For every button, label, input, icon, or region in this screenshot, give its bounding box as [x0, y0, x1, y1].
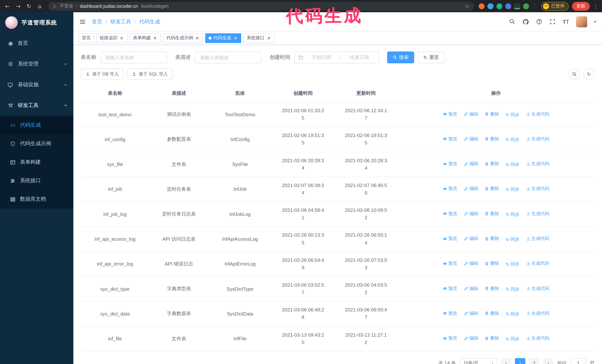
preview-link[interactable]: 预览: [443, 211, 457, 217]
preview-link[interactable]: 预览: [443, 136, 457, 142]
edit-link[interactable]: 编辑: [464, 310, 478, 317]
generate-code-link[interactable]: 生成代码: [526, 186, 549, 192]
extension-icon[interactable]: [505, 3, 511, 9]
sidebar-item-system[interactable]: ⚙ 系统管理: [0, 54, 73, 74]
delete-link[interactable]: 删除: [485, 211, 499, 217]
preview-link[interactable]: 预览: [443, 186, 457, 192]
sync-link[interactable]: ↻ 同步: [506, 187, 519, 193]
generate-code-link[interactable]: 生成代码: [526, 211, 549, 217]
close-icon[interactable]: ×: [233, 36, 238, 40]
search-button[interactable]: 搜索: [387, 52, 414, 63]
delete-link[interactable]: 删除: [485, 236, 499, 242]
delete-link[interactable]: 删除: [485, 161, 499, 167]
date-range-picker[interactable]: 开始日期 - 结束日期: [294, 52, 379, 63]
sidebar-item-api[interactable]: 系统接口: [0, 171, 73, 190]
page-button-1[interactable]: 1: [515, 358, 525, 364]
preview-link[interactable]: 预览: [443, 236, 457, 242]
extension-icon[interactable]: [479, 3, 484, 9]
edit-link[interactable]: 编辑: [464, 111, 478, 117]
search-icon[interactable]: [509, 19, 515, 25]
generate-code-link[interactable]: 生成代码: [526, 236, 549, 242]
next-page-button[interactable]: ›: [543, 358, 553, 364]
close-icon[interactable]: ×: [153, 36, 157, 40]
toggle-search-button[interactable]: [569, 69, 580, 80]
font-size-icon[interactable]: T⊺: [563, 18, 569, 25]
generate-code-link[interactable]: 生成代码: [526, 136, 549, 142]
fullscreen-icon[interactable]: [549, 19, 556, 25]
sync-link[interactable]: ↻ 同步: [506, 137, 519, 143]
extension-icon[interactable]: [532, 3, 538, 9]
browser-menu-icon[interactable]: ⋮: [593, 3, 598, 9]
sidebar-item-codegen[interactable]: 代码生成: [0, 116, 73, 135]
extension-icon[interactable]: ✓: [496, 3, 502, 9]
bookmark-star-icon[interactable]: ☆: [465, 3, 469, 9]
sidebar-logo[interactable]: 芋道管理系统: [0, 12, 73, 33]
preview-link[interactable]: 预览: [443, 260, 457, 267]
close-icon[interactable]: ×: [119, 36, 124, 40]
sidebar-item-devtools[interactable]: ⚒ 研发工具: [0, 95, 73, 116]
table-row[interactable]: sys_file 文件表 SysFile 2021-02-06 20:28:34…: [81, 152, 595, 177]
tab-form-builder[interactable]: 表单构建×: [130, 33, 161, 43]
tab-api[interactable]: 系统接口×: [243, 33, 275, 43]
hamburger-icon[interactable]: [79, 18, 86, 25]
edit-link[interactable]: 编辑: [464, 335, 478, 341]
edit-link[interactable]: 编辑: [464, 236, 478, 242]
table-row[interactable]: inf_file 文件表 InfFile 2021-03-13 09:43:20…: [81, 326, 595, 351]
tab-codegen-example[interactable]: 代码生成示例×: [163, 33, 203, 43]
preview-link[interactable]: 预览: [443, 335, 457, 341]
generate-code-link[interactable]: 生成代码: [526, 260, 549, 267]
page-size-select[interactable]: 10条/页 ▾: [460, 358, 497, 364]
back-icon[interactable]: ←: [4, 3, 11, 10]
tab-codegen[interactable]: 代码生成×: [205, 33, 241, 43]
breadcrumb-item[interactable]: 首页: [92, 18, 102, 25]
breadcrumb-item[interactable]: 研发工具: [110, 18, 131, 25]
prev-page-button[interactable]: ‹: [501, 358, 511, 364]
table-row[interactable]: sys_dict_data 字典数据表 SysDictData 2021-03-…: [81, 302, 595, 326]
address-bar[interactable]: ⚠ 不安全 dashboard.yudao.iocoder.cn/tool/co…: [48, 2, 474, 10]
tab-home[interactable]: 首页: [78, 33, 94, 43]
generate-code-link[interactable]: 生成代码: [526, 285, 549, 291]
browser-update-button[interactable]: 更新: [572, 2, 590, 10]
extension-icon[interactable]: [514, 3, 520, 9]
generate-code-link[interactable]: 生成代码: [526, 335, 549, 341]
import-db-button[interactable]: 基于 DB 导入: [81, 69, 124, 80]
preview-link[interactable]: 预览: [443, 161, 457, 167]
sync-link[interactable]: ↻ 同步: [506, 161, 519, 168]
user-avatar[interactable]: [576, 16, 587, 27]
table-row[interactable]: inf_job 定时任务表 InfJob 2021-02-07 06:39:34…: [81, 177, 595, 202]
edit-link[interactable]: 编辑: [464, 161, 478, 167]
help-icon[interactable]: [536, 19, 542, 25]
import-sql-button[interactable]: 基于 SQL 导入: [127, 69, 172, 80]
sync-link[interactable]: ↻ 同步: [506, 112, 519, 118]
sync-link[interactable]: ↻ 同步: [506, 286, 519, 292]
profile-paused-chip[interactable]: 已暂停: [541, 2, 569, 10]
preview-link[interactable]: 预览: [443, 285, 457, 291]
sync-link[interactable]: ↻ 同步: [506, 336, 519, 342]
forward-icon[interactable]: →: [14, 3, 22, 10]
delete-link[interactable]: 删除: [485, 310, 499, 317]
page-button-2[interactable]: 2: [529, 358, 539, 364]
delete-link[interactable]: 删除: [485, 136, 499, 142]
goto-page-input[interactable]: [570, 358, 586, 364]
preview-link[interactable]: 预览: [443, 310, 457, 317]
close-icon[interactable]: ×: [266, 36, 271, 40]
sidebar-item-form-builder[interactable]: 表单构建: [0, 153, 73, 171]
breadcrumb-item[interactable]: 代码生成: [139, 18, 160, 25]
delete-link[interactable]: 删除: [485, 111, 499, 117]
sync-link[interactable]: ↻ 同步: [506, 261, 519, 268]
avatar-caret-icon[interactable]: ▾: [594, 20, 596, 24]
preview-link[interactable]: 预览: [443, 111, 457, 117]
delete-link[interactable]: 删除: [485, 335, 499, 341]
delete-link[interactable]: 删除: [485, 186, 499, 192]
home-icon[interactable]: ⌂: [36, 3, 43, 10]
refresh-table-button[interactable]: ↻: [583, 69, 595, 80]
generate-code-link[interactable]: 生成代码: [526, 111, 549, 117]
sidebar-item-home[interactable]: ◉ 首页: [0, 33, 73, 54]
table-row[interactable]: inf_api_access_log API 访问日志表 InfApiAcces…: [81, 227, 595, 252]
edit-link[interactable]: 编辑: [464, 285, 478, 291]
delete-link[interactable]: 删除: [485, 285, 499, 291]
table-name-input[interactable]: [100, 52, 167, 63]
table-row[interactable]: tool_test_demo 测试示例表 ToolTestDemo 2021-0…: [81, 102, 595, 127]
delete-link[interactable]: 删除: [485, 260, 499, 267]
tab-trace[interactable]: 链路追踪×: [96, 33, 128, 43]
